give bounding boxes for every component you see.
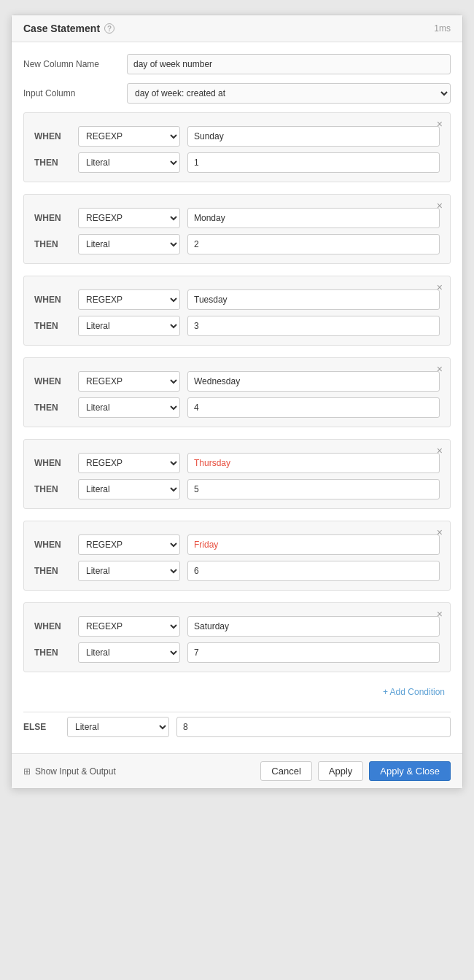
then-type-select-3[interactable]: LiteralColumnNULL xyxy=(78,316,180,336)
else-value-input[interactable] xyxy=(176,717,451,737)
when-value-input-5[interactable] xyxy=(187,453,440,473)
when-value-input-7[interactable] xyxy=(187,616,440,637)
when-row-2: WHENREGEXPLiteralColumnNULL xyxy=(34,208,440,228)
then-row-4: THENLiteralColumnNULL xyxy=(34,397,440,418)
condition-block-6: ×WHENREGEXPLiteralColumnNULLTHENLiteralC… xyxy=(23,521,451,591)
then-row-7: THENLiteralColumnNULL xyxy=(34,642,440,663)
then-type-select-7[interactable]: LiteralColumnNULL xyxy=(78,642,180,663)
then-label-7: THEN xyxy=(34,648,71,658)
then-label-2: THEN xyxy=(34,239,71,249)
then-value-input-6[interactable] xyxy=(187,561,440,581)
table-icon: ⊞ xyxy=(23,766,31,777)
when-row-6: WHENREGEXPLiteralColumnNULL xyxy=(34,534,440,555)
when-type-select-6[interactable]: REGEXPLiteralColumnNULL xyxy=(78,534,180,555)
then-type-select-4[interactable]: LiteralColumnNULL xyxy=(78,397,180,418)
condition-close-5[interactable]: × xyxy=(437,446,443,456)
then-type-select-6[interactable]: LiteralColumnNULL xyxy=(78,561,180,581)
condition-close-2[interactable]: × xyxy=(437,201,443,211)
modal-title: Case Statement ? xyxy=(23,23,114,34)
else-row: ELSE Literal Column NULL xyxy=(23,712,451,742)
condition-close-7[interactable]: × xyxy=(437,609,443,619)
then-row-5: THENLiteralColumnNULL xyxy=(34,479,440,499)
new-column-name-row: New Column Name xyxy=(23,54,451,74)
when-row-3: WHENREGEXPLiteralColumnNULL xyxy=(34,289,440,310)
then-row-2: THENLiteralColumnNULL xyxy=(34,234,440,254)
new-column-name-input[interactable] xyxy=(127,54,451,74)
then-label-1: THEN xyxy=(34,158,71,168)
when-value-input-6[interactable] xyxy=(187,534,440,555)
when-row-4: WHENREGEXPLiteralColumnNULL xyxy=(34,371,440,392)
then-type-select-2[interactable]: LiteralColumnNULL xyxy=(78,234,180,254)
then-value-input-1[interactable] xyxy=(187,152,440,173)
then-value-input-5[interactable] xyxy=(187,479,440,499)
condition-close-4[interactable]: × xyxy=(437,364,443,374)
apply-close-button[interactable]: Apply & Close xyxy=(369,761,451,781)
help-icon[interactable]: ? xyxy=(104,23,114,34)
then-label-4: THEN xyxy=(34,402,71,413)
when-label-1: WHEN xyxy=(34,131,71,141)
new-column-name-label: New Column Name xyxy=(23,59,118,69)
condition-close-6[interactable]: × xyxy=(437,527,443,537)
input-column-row: Input Column day of week: created at xyxy=(23,83,451,104)
condition-block-4: ×WHENREGEXPLiteralColumnNULLTHENLiteralC… xyxy=(23,357,451,427)
when-type-select-3[interactable]: REGEXPLiteralColumnNULL xyxy=(78,289,180,310)
condition-block-7: ×WHENREGEXPLiteralColumnNULLTHENLiteralC… xyxy=(23,602,451,672)
when-value-input-2[interactable] xyxy=(187,208,440,228)
then-value-input-3[interactable] xyxy=(187,316,440,336)
input-column-select[interactable]: day of week: created at xyxy=(127,83,451,104)
when-type-select-7[interactable]: REGEXPLiteralColumnNULL xyxy=(78,616,180,637)
add-condition-button[interactable]: + Add Condition xyxy=(377,684,451,700)
when-type-select-5[interactable]: REGEXPLiteralColumnNULL xyxy=(78,453,180,473)
when-label-6: WHEN xyxy=(34,540,71,550)
condition-block-2: ×WHENREGEXPLiteralColumnNULLTHENLiteralC… xyxy=(23,194,451,264)
when-label-7: WHEN xyxy=(34,621,71,631)
when-row-7: WHENREGEXPLiteralColumnNULL xyxy=(34,616,440,637)
then-label-6: THEN xyxy=(34,566,71,576)
condition-close-3[interactable]: × xyxy=(437,282,443,292)
show-input-output[interactable]: ⊞ Show Input & Output xyxy=(23,766,116,777)
when-label-2: WHEN xyxy=(34,213,71,223)
else-type-select[interactable]: Literal Column NULL xyxy=(67,717,169,737)
when-value-input-4[interactable] xyxy=(187,371,440,392)
then-type-select-1[interactable]: LiteralColumnNULL xyxy=(78,152,180,173)
then-type-select-5[interactable]: LiteralColumnNULL xyxy=(78,479,180,499)
when-value-input-3[interactable] xyxy=(187,289,440,310)
cancel-button[interactable]: Cancel xyxy=(260,761,311,781)
show-input-output-label: Show Input & Output xyxy=(35,766,116,777)
modal-header: Case Statement ? 1ms xyxy=(12,15,462,42)
condition-block-1: ×WHENREGEXPLiteralColumnNULLTHENLiteralC… xyxy=(23,112,451,182)
then-value-input-7[interactable] xyxy=(187,642,440,663)
condition-block-3: ×WHENREGEXPLiteralColumnNULLTHENLiteralC… xyxy=(23,276,451,346)
condition-close-1[interactable]: × xyxy=(437,119,443,129)
condition-block-5: ×WHENREGEXPLiteralColumnNULLTHENLiteralC… xyxy=(23,439,451,509)
then-label-5: THEN xyxy=(34,484,71,494)
input-column-label: Input Column xyxy=(23,88,118,98)
when-row-5: WHENREGEXPLiteralColumnNULL xyxy=(34,453,440,473)
else-label: ELSE xyxy=(23,722,60,732)
when-type-select-4[interactable]: REGEXPLiteralColumnNULL xyxy=(78,371,180,392)
when-label-3: WHEN xyxy=(34,295,71,305)
footer-buttons: Cancel Apply Apply & Close xyxy=(260,761,451,781)
then-row-1: THENLiteralColumnNULL xyxy=(34,152,440,173)
when-type-select-2[interactable]: REGEXPLiteralColumnNULL xyxy=(78,208,180,228)
add-condition-row: + Add Condition xyxy=(23,684,451,700)
modal-body: New Column Name Input Column day of week… xyxy=(12,42,462,753)
then-row-6: THENLiteralColumnNULL xyxy=(34,561,440,581)
when-type-select-1[interactable]: REGEXPLiteralColumnNULL xyxy=(78,126,180,147)
then-value-input-2[interactable] xyxy=(187,234,440,254)
when-label-4: WHEN xyxy=(34,376,71,386)
apply-button[interactable]: Apply xyxy=(318,761,364,781)
then-value-input-4[interactable] xyxy=(187,397,440,418)
when-value-input-1[interactable] xyxy=(187,126,440,147)
modal-footer: ⊞ Show Input & Output Cancel Apply Apply… xyxy=(12,753,462,788)
title-text: Case Statement xyxy=(23,23,100,34)
when-label-5: WHEN xyxy=(34,458,71,468)
timing-badge: 1ms xyxy=(434,23,451,34)
conditions-container: ×WHENREGEXPLiteralColumnNULLTHENLiteralC… xyxy=(23,112,451,672)
when-row-1: WHENREGEXPLiteralColumnNULL xyxy=(34,126,440,147)
then-row-3: THENLiteralColumnNULL xyxy=(34,316,440,336)
then-label-3: THEN xyxy=(34,321,71,331)
